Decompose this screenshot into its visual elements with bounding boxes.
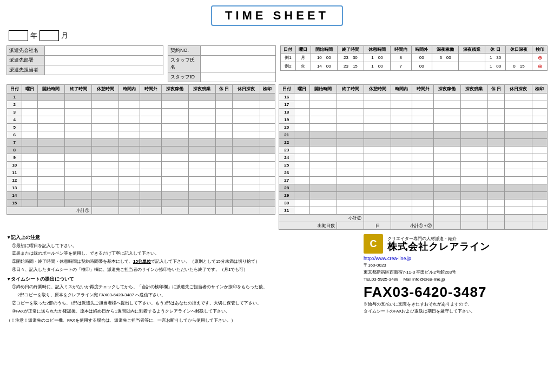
holiday-night-7[interactable]: [233, 139, 260, 147]
night2-23[interactable]: [460, 147, 487, 154]
holiday-17[interactable]: [487, 101, 504, 109]
outside-23[interactable]: [412, 147, 433, 154]
outside-18[interactable]: [412, 109, 433, 116]
inside-17[interactable]: [391, 101, 412, 109]
night1-16[interactable]: [433, 94, 460, 101]
start-4[interactable]: [37, 116, 64, 124]
holiday-25[interactable]: [487, 162, 504, 169]
break-6[interactable]: [92, 131, 119, 139]
start-30[interactable]: [309, 200, 337, 207]
inside-14[interactable]: [119, 192, 140, 200]
inside-2[interactable]: [119, 101, 140, 109]
end-2[interactable]: [64, 101, 91, 109]
night2-26[interactable]: [460, 169, 487, 177]
break-13[interactable]: [92, 184, 119, 192]
holiday-night-19[interactable]: [505, 116, 532, 124]
holiday-16[interactable]: [487, 94, 504, 101]
inside-21[interactable]: [391, 131, 412, 139]
holiday-23[interactable]: [487, 147, 504, 154]
break-17[interactable]: [364, 101, 391, 109]
dow-3[interactable]: [22, 109, 37, 116]
holiday-26[interactable]: [487, 169, 504, 177]
stamp-9[interactable]: [260, 154, 275, 162]
start-31[interactable]: [309, 207, 337, 215]
holiday-night-18[interactable]: [505, 109, 532, 116]
break-23[interactable]: [364, 147, 391, 154]
start-19[interactable]: [309, 116, 337, 124]
stamp-30[interactable]: [532, 200, 547, 207]
stamp-5[interactable]: [260, 124, 275, 131]
night1-12[interactable]: [161, 177, 188, 184]
stamp-1[interactable]: [260, 94, 275, 101]
outside-12[interactable]: [140, 177, 161, 184]
break-20[interactable]: [364, 124, 391, 131]
holiday-night-8[interactable]: [233, 147, 260, 154]
holiday-night-22[interactable]: [505, 139, 532, 147]
night2-16[interactable]: [460, 94, 487, 101]
staff-name-value[interactable]: [201, 56, 276, 72]
year-input[interactable]: [9, 30, 28, 41]
holiday-night-27[interactable]: [505, 177, 532, 184]
inside-20[interactable]: [391, 124, 412, 131]
end-8[interactable]: [64, 147, 91, 154]
end-1[interactable]: [64, 94, 91, 101]
outside-21[interactable]: [412, 131, 433, 139]
holiday-24[interactable]: [487, 154, 504, 162]
inside-12[interactable]: [119, 177, 140, 184]
stamp-25[interactable]: [532, 162, 547, 169]
start-26[interactable]: [309, 169, 337, 177]
holiday-night-10[interactable]: [233, 162, 260, 169]
inside-1[interactable]: [119, 94, 140, 101]
night2-12[interactable]: [188, 177, 215, 184]
night2-7[interactable]: [188, 139, 215, 147]
stamp-21[interactable]: [532, 131, 547, 139]
start-24[interactable]: [309, 154, 337, 162]
stamp-3[interactable]: [260, 109, 275, 116]
stamp-28[interactable]: [532, 184, 547, 192]
break-21[interactable]: [364, 131, 391, 139]
night2-20[interactable]: [460, 124, 487, 131]
outside-1[interactable]: [140, 94, 161, 101]
dow-18[interactable]: [294, 109, 309, 116]
end-17[interactable]: [337, 101, 364, 109]
dow-14[interactable]: [22, 192, 37, 200]
holiday-3[interactable]: [215, 109, 232, 116]
night1-7[interactable]: [161, 139, 188, 147]
dow-28[interactable]: [294, 184, 309, 192]
inside-7[interactable]: [119, 139, 140, 147]
inside-27[interactable]: [391, 177, 412, 184]
break-19[interactable]: [364, 116, 391, 124]
break-8[interactable]: [92, 147, 119, 154]
end-4[interactable]: [64, 116, 91, 124]
holiday-night-6[interactable]: [233, 131, 260, 139]
start-1[interactable]: [37, 94, 64, 101]
night1-30[interactable]: [433, 200, 460, 207]
night2-21[interactable]: [460, 131, 487, 139]
night2-1[interactable]: [188, 94, 215, 101]
holiday-11[interactable]: [215, 169, 232, 177]
night1-26[interactable]: [433, 169, 460, 177]
holiday-31[interactable]: [487, 207, 504, 215]
stamp-13[interactable]: [260, 184, 275, 192]
end-14[interactable]: [64, 192, 91, 200]
dow-2[interactable]: [22, 101, 37, 109]
night1-15[interactable]: [161, 200, 188, 207]
start-8[interactable]: [37, 147, 64, 154]
night1-8[interactable]: [161, 147, 188, 154]
holiday-night-12[interactable]: [233, 177, 260, 184]
dispatch-person-value[interactable]: [44, 65, 163, 75]
break-22[interactable]: [364, 139, 391, 147]
end-12[interactable]: [64, 177, 91, 184]
outside-19[interactable]: [412, 116, 433, 124]
stamp-7[interactable]: [260, 139, 275, 147]
start-27[interactable]: [309, 177, 337, 184]
inside-29[interactable]: [391, 192, 412, 200]
holiday-10[interactable]: [215, 162, 232, 169]
night1-25[interactable]: [433, 162, 460, 169]
dow-19[interactable]: [294, 116, 309, 124]
start-22[interactable]: [309, 139, 337, 147]
dow-5[interactable]: [22, 124, 37, 131]
holiday-21[interactable]: [487, 131, 504, 139]
night2-5[interactable]: [188, 124, 215, 131]
night1-5[interactable]: [161, 124, 188, 131]
